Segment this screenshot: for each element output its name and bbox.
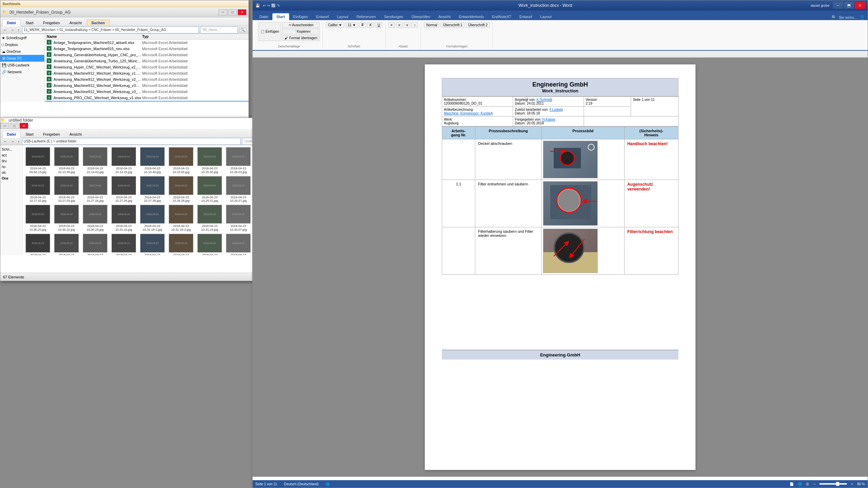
- underline-btn[interactable]: U: [375, 22, 382, 28]
- font-select[interactable]: Calibri ▼: [326, 22, 344, 28]
- front-close-button[interactable]: ✕: [19, 123, 28, 129]
- thumbnail-item[interactable]: 2018-04-23 2018-04-2310.30.23.jpg: [81, 204, 109, 232]
- view-web-icon[interactable]: 🌐: [798, 482, 802, 486]
- word-tab-referenzen[interactable]: Referenzen: [353, 13, 380, 20]
- thumbnail-item[interactable]: 2018-04-23 2018-04-2310.30.20.jpg: [24, 204, 52, 232]
- word-tab-start[interactable]: Start: [272, 13, 289, 20]
- front-nav-acc[interactable]: acc: [0, 152, 22, 158]
- thumbnail-item[interactable]: 2018-04-23 2018-04-2310.29.31.jpg: [196, 176, 224, 204]
- line-spacing-btn[interactable]: ↕: [411, 22, 418, 28]
- thumbnail-item[interactable]: 2018-04-23 2018-04-2310.14.25.jpg: [110, 147, 138, 175]
- file-item[interactable]: X Anweisung_Machine912_Wechsel_Werkzeug_…: [45, 82, 249, 89]
- thumbnail-item[interactable]: 2018-04-23 2018-04-2310.37.12.jpg: [110, 233, 138, 255]
- view-outline-icon[interactable]: ☰: [806, 482, 809, 486]
- front-nav-dru[interactable]: dru: [0, 158, 22, 164]
- nav-usb[interactable]: 💾USB-Laufwerk: [0, 62, 44, 68]
- word-tab-endnote[interactable]: EndNoteX7: [488, 13, 515, 20]
- front-nav-schnell[interactable]: Schn...: [0, 147, 22, 152]
- thumbnail-item[interactable]: 2018-04-23 2018-04-2310.15.46.jpg: [138, 147, 166, 175]
- thumbnail-item[interactable]: 2018-04-23 2018-04-2310.43.42-1.jpg: [224, 233, 252, 255]
- front-nav-no[interactable]: no: [0, 164, 22, 170]
- tab-suchen[interactable]: Suchen: [87, 19, 109, 26]
- thumbnail-item[interactable]: 2018-04-23 2018-04-2310.27.05.jpg: [110, 176, 138, 204]
- nav-schnellzugriff[interactable]: ★Schnellzugriff: [0, 34, 44, 41]
- maximize-button[interactable]: □: [228, 9, 237, 15]
- paste-btn[interactable]: 📋 Einfügen: [258, 22, 281, 41]
- thumbnail-item[interactable]: 2018-04-23 2018-04-2310.27.04.jpg: [81, 176, 109, 204]
- thumbnail-item[interactable]: 2018-04-23 2018-04-2310.28.28.jpg: [167, 176, 195, 204]
- style-h2-btn[interactable]: Überschrift 2: [466, 22, 490, 28]
- back-nav-btn[interactable]: ←: [2, 28, 8, 32]
- front-maximize-button[interactable]: □: [10, 123, 19, 129]
- word-tab-entwickler[interactable]: Entwicklertools: [455, 13, 488, 20]
- forward-nav-btn[interactable]: →: [10, 28, 15, 32]
- front-nav-olc[interactable]: olc: [0, 170, 22, 176]
- zoom-in-btn[interactable]: +: [851, 482, 853, 486]
- thumbnail-item[interactable]: 2018-04-23 2018-04-2310.31.18-1.jpg: [138, 204, 166, 232]
- thumbnail-item[interactable]: 2018-04-23 2018-04-2310.35.30.jpg: [81, 233, 109, 255]
- minimize-button[interactable]: ─: [219, 9, 227, 15]
- font-size-select[interactable]: 11 ▼: [345, 22, 358, 28]
- thumbnail-item[interactable]: 2018-04-23 2018-04-2310.31.16.jpg: [110, 204, 138, 232]
- nav-netzwerk[interactable]: 🔗Netzwerk: [0, 68, 44, 75]
- thumbnail-item[interactable]: 2018-04-23 2018-04-2310.37.31.jpg: [138, 233, 166, 255]
- front-tab-ansicht[interactable]: Ansicht: [65, 131, 86, 137]
- nav-onedrive[interactable]: ☁OneDrive: [0, 48, 44, 55]
- thumbnail-item[interactable]: 2018-04-23 2018-04-2310.38.23.jpg: [167, 233, 195, 255]
- word-tab-datei[interactable]: Datei: [255, 13, 272, 20]
- thumbnail-item[interactable]: 2018-04-23 2018-04-2310.27.02.jpg: [24, 176, 52, 204]
- view-print-icon[interactable]: 📄: [790, 482, 794, 486]
- thumbnail-item[interactable]: 2018-04-23 2018-04-2310.27.03.jpg: [53, 176, 80, 204]
- style-h1-btn[interactable]: Überschrift 1: [440, 22, 465, 28]
- file-item[interactable]: X Anweisung_Machine912_Wechsel_Werkzeug_…: [45, 70, 249, 76]
- close-button[interactable]: ✕: [238, 9, 246, 15]
- thumbnail-item[interactable]: 2018-04-23 2018-04-2310.14.02.jpg: [81, 147, 109, 175]
- file-item[interactable]: X Anweisung_Machine912_Wechsel_Werkzeug_…: [45, 76, 249, 82]
- front-tab-freigeben[interactable]: Freigeben: [39, 131, 64, 137]
- tab-start[interactable]: Start: [21, 19, 38, 26]
- thumbnail-item[interactable]: 2018-04-23 2018-04-2310.23.05.jpg: [167, 147, 195, 175]
- front-up-btn[interactable]: ↑: [17, 139, 21, 144]
- address-bar[interactable]: 11_WERK_München > 01_Instandhaltung > CN…: [22, 27, 199, 33]
- file-item[interactable]: X Anweisung_Machine912_Wechsel_Werkzeug_…: [45, 89, 249, 95]
- word-lang-icon[interactable]: 🌐: [326, 482, 330, 486]
- style-normal-btn[interactable]: Normal: [424, 22, 439, 28]
- align-right-btn[interactable]: ≡: [404, 22, 410, 28]
- file-item[interactable]: X Anlage_Testprogramm_Machine912_aktuell…: [45, 40, 249, 46]
- file-item[interactable]: X Anweisung_Generalüberholung_Hyper_CNC_…: [45, 52, 249, 58]
- zoom-out-btn[interactable]: ─: [813, 482, 815, 486]
- word-minimize-btn[interactable]: ─: [833, 2, 843, 9]
- word-tab-entwurf2[interactable]: Entwurf: [515, 13, 536, 20]
- tab-freigeben[interactable]: Freigeben: [39, 19, 64, 26]
- word-person-icon[interactable]: 👤: [859, 15, 865, 20]
- word-siewuns-label[interactable]: Sie wüns...: [839, 15, 857, 19]
- front-tab-datei[interactable]: Datei: [2, 131, 20, 138]
- thumbnail-item[interactable]: 2018-04-23 2018-04-2310.25.30.jpg: [196, 147, 224, 175]
- up-nav-btn[interactable]: ↑: [17, 28, 21, 32]
- word-restore-btn[interactable]: ⬒: [844, 2, 854, 9]
- word-tab-entwurf1[interactable]: Entwurf: [312, 13, 333, 20]
- word-tab-layout2[interactable]: Layout: [536, 13, 556, 20]
- tab-datei[interactable]: Datei: [2, 19, 20, 26]
- front-back-btn[interactable]: ←: [2, 139, 8, 144]
- thumbnail-item[interactable]: 2018-04-23 2018-04-2310.38.44.jpg: [196, 233, 224, 255]
- thumbnail-item[interactable]: 2018-04-23 2018-04-2310.13.39.jpg: [53, 147, 80, 175]
- front-minimize-button[interactable]: ─: [0, 123, 9, 129]
- thumbnail-item[interactable]: 2018-04-23 2018-04-2310.31.18-2.jpg: [167, 204, 195, 232]
- italic-btn[interactable]: K: [367, 22, 374, 28]
- word-tab-ansicht[interactable]: Ansicht: [434, 13, 455, 20]
- thumbnail-item[interactable]: 2018-04-23 2018-04-2309.56.13.jpg: [24, 147, 52, 175]
- file-item[interactable]: X Anweisung_Hyper_CNC_Wechsel_Werkzeug_v…: [45, 64, 249, 70]
- bold-btn[interactable]: F: [359, 22, 366, 28]
- front-tab-start[interactable]: Start: [21, 131, 38, 137]
- front-address-path[interactable]: USB-Laufwerk (E:) > untitled folder: [22, 138, 241, 145]
- thumbnail-item[interactable]: 2018-04-23 2018-04-2310.26.03.jpg: [224, 147, 252, 175]
- thumbnail-item[interactable]: 2018-04-23 2018-04-2310.30.22.jpg: [53, 204, 80, 232]
- thumbnail-item[interactable]: 2018-04-23 2018-04-2310.29.37.jpg: [224, 176, 252, 204]
- word-search-icon[interactable]: 🔍: [832, 15, 837, 20]
- word-tab-sendungen[interactable]: Sendungen: [380, 13, 407, 20]
- file-item[interactable]: X Beschreibung_Inbetriebnahme_Turbo_120_…: [45, 101, 249, 102]
- file-item[interactable]: X Anweisung_PRO_CNC_Wechsel_Werkzeug_v1.…: [45, 95, 249, 101]
- zoom-bar[interactable]: [820, 483, 847, 485]
- nav-dieser-pc[interactable]: 🖥Dieser PC: [0, 55, 44, 62]
